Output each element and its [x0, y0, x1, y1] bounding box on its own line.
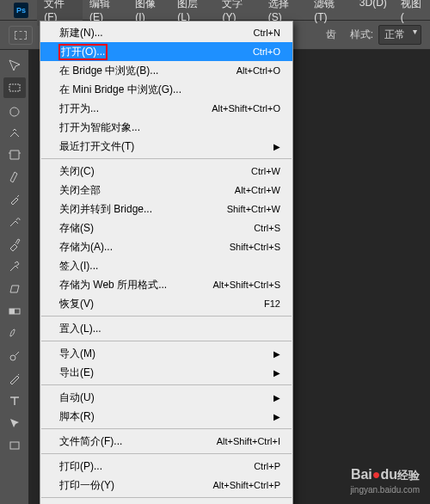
- file-menu-item-5[interactable]: 打开为智能对象...: [40, 118, 292, 137]
- clone-stamp-tool[interactable]: [3, 234, 26, 255]
- menu-separator: [41, 453, 292, 454]
- style-select[interactable]: 正常: [378, 25, 421, 45]
- style-label: 样式:: [350, 28, 373, 42]
- menu-item-label: 恢复(V): [59, 297, 94, 311]
- menu-item-shortcut: Alt+Shift+Ctrl+S: [212, 280, 280, 290]
- file-menu-item-6[interactable]: 最近打开文件(T)▶: [40, 137, 292, 156]
- menu-item-label: 最近打开文件(T): [59, 139, 134, 154]
- menubar: Ps 文件(F)编辑(E)图像(I)图层(L)文字(Y)选择(S)滤镜(T)3D…: [0, 0, 430, 21]
- menu-item-label: 存储为(A)...: [59, 240, 113, 255]
- menu-item-label: 自动(U): [59, 390, 95, 405]
- menu-item-label: 打开(O)...: [59, 45, 107, 59]
- file-menu-item-2[interactable]: 在 Bridge 中浏览(B)...Alt+Ctrl+O: [40, 61, 292, 80]
- dodge-tool[interactable]: [3, 346, 26, 366]
- rectangle-tool[interactable]: [3, 435, 26, 456]
- file-menu-item-9[interactable]: 关闭全部Alt+Ctrl+W: [40, 181, 292, 200]
- file-menu-item-1[interactable]: 打开(O)...Ctrl+O: [40, 42, 292, 61]
- submenu-arrow-icon: ▶: [273, 412, 280, 421]
- pen-tool[interactable]: [3, 368, 26, 389]
- file-menu-item-13[interactable]: 签入(I)...: [40, 256, 292, 275]
- menu-item-label: 打印一份(Y): [59, 478, 114, 493]
- menu-separator: [41, 158, 292, 159]
- file-menu-item-8[interactable]: 关闭(C)Ctrl+W: [40, 162, 292, 181]
- menu-8[interactable]: 视图(: [394, 0, 430, 26]
- menu-item-label: 文件简介(F)...: [59, 434, 122, 449]
- file-menu-item-23[interactable]: 脚本(R)▶: [40, 407, 292, 426]
- menu-item-label: 打印(P)...: [59, 459, 102, 474]
- type-tool[interactable]: [3, 390, 26, 411]
- svg-rect-0: [9, 84, 20, 91]
- gradient-tool[interactable]: [3, 301, 26, 322]
- menu-item-shortcut: Shift+Ctrl+W: [227, 204, 280, 214]
- file-menu-item-27[interactable]: 打印(P)...Ctrl+P: [40, 457, 292, 476]
- file-menu-item-3[interactable]: 在 Mini Bridge 中浏览(G)...: [40, 80, 292, 99]
- menu-item-label: 关闭全部: [59, 183, 101, 198]
- svg-rect-2: [9, 309, 15, 314]
- menu-item-label: 存储(S): [59, 221, 94, 236]
- brush-tool[interactable]: [3, 212, 26, 232]
- menu-6[interactable]: 滤镜(T): [307, 0, 353, 26]
- menu-item-shortcut: Alt+Shift+Ctrl+I: [217, 436, 280, 446]
- move-tool[interactable]: [3, 55, 26, 76]
- menu-item-shortcut: Ctrl+O: [253, 46, 280, 57]
- eraser-tool[interactable]: [3, 279, 26, 299]
- menu-item-label: 在 Mini Bridge 中浏览(G)...: [59, 83, 181, 97]
- menu-item-label: 导出(E): [59, 366, 94, 380]
- menu-item-label: 置入(L)...: [59, 322, 101, 336]
- svg-rect-4: [10, 442, 19, 449]
- file-menu-item-0[interactable]: 新建(N)...Ctrl+N: [40, 23, 292, 42]
- eyedropper-tool[interactable]: [3, 167, 26, 187]
- path-select-tool[interactable]: [3, 413, 26, 433]
- quick-select-tool[interactable]: [3, 122, 26, 143]
- menu-separator: [41, 316, 292, 317]
- file-menu-item-17[interactable]: 置入(L)...: [40, 319, 292, 338]
- submenu-arrow-icon: ▶: [273, 142, 280, 151]
- tool-preset-icon[interactable]: [9, 26, 33, 45]
- menu-item-label: 在 Bridge 中浏览(B)...: [59, 64, 158, 78]
- file-menu-item-22[interactable]: 自动(U)▶: [40, 388, 292, 407]
- menu-item-shortcut: Ctrl+S: [254, 223, 280, 233]
- file-menu-item-15[interactable]: 恢复(V)F12: [40, 294, 292, 313]
- history-brush-tool[interactable]: [3, 256, 26, 277]
- submenu-arrow-icon: ▶: [273, 393, 280, 403]
- options-partial-text: 齿: [326, 28, 336, 42]
- menu-item-shortcut: Ctrl+N: [254, 28, 280, 38]
- menu-item-shortcut: Alt+Ctrl+W: [235, 185, 280, 195]
- file-menu-item-30[interactable]: 退出(X)Ctrl+Q: [40, 501, 292, 504]
- menu-7[interactable]: 3D(D): [353, 0, 394, 26]
- menu-item-shortcut: Alt+Shift+Ctrl+O: [212, 103, 280, 114]
- toolbox: [0, 50, 29, 504]
- file-menu-item-14[interactable]: 存储为 Web 所用格式...Alt+Shift+Ctrl+S: [40, 275, 292, 294]
- menu-item-label: 存储为 Web 所用格式...: [59, 278, 167, 292]
- file-menu-item-10[interactable]: 关闭并转到 Bridge...Shift+Ctrl+W: [40, 200, 292, 218]
- menu-item-label: 打开为...: [59, 101, 99, 116]
- healing-brush-tool[interactable]: [3, 189, 26, 210]
- submenu-arrow-icon: ▶: [273, 368, 280, 378]
- menu-item-label: 签入(I)...: [59, 259, 98, 274]
- marquee-tool[interactable]: [3, 77, 26, 98]
- lasso-tool[interactable]: [3, 100, 26, 120]
- menu-item-label: 新建(N)...: [59, 26, 103, 40]
- file-menu-item-28[interactable]: 打印一份(Y)Alt+Shift+Ctrl+P: [40, 476, 292, 495]
- file-menu-item-4[interactable]: 打开为...Alt+Shift+Ctrl+O: [40, 99, 292, 118]
- menu-item-label: 导入(M): [59, 347, 95, 361]
- svg-point-3: [10, 355, 15, 360]
- menu-item-label: 打开为智能对象...: [59, 120, 140, 135]
- file-menu-item-25[interactable]: 文件简介(F)...Alt+Shift+Ctrl+I: [40, 432, 292, 451]
- file-menu-item-11[interactable]: 存储(S)Ctrl+S: [40, 218, 292, 237]
- file-menu-item-12[interactable]: 存储为(A)...Shift+Ctrl+S: [40, 237, 292, 256]
- menu-item-label: 脚本(R): [59, 409, 95, 424]
- blur-tool[interactable]: [3, 323, 26, 344]
- menu-item-shortcut: Ctrl+P: [254, 461, 280, 471]
- file-menu-item-19[interactable]: 导入(M)▶: [40, 344, 292, 363]
- menu-item-label: 关闭并转到 Bridge...: [59, 202, 152, 217]
- watermark: Bai●du经验 jingyan.baidu.com: [350, 466, 420, 495]
- menu-item-shortcut: Alt+Ctrl+O: [236, 65, 280, 76]
- menu-separator: [41, 384, 292, 385]
- menu-item-shortcut: Shift+Ctrl+S: [230, 242, 280, 252]
- crop-tool[interactable]: [3, 144, 26, 165]
- file-menu-item-20[interactable]: 导出(E)▶: [40, 363, 292, 382]
- menu-separator: [41, 428, 292, 429]
- menu-item-label: 关闭(C): [59, 164, 95, 179]
- menu-item-shortcut: Ctrl+W: [251, 166, 280, 176]
